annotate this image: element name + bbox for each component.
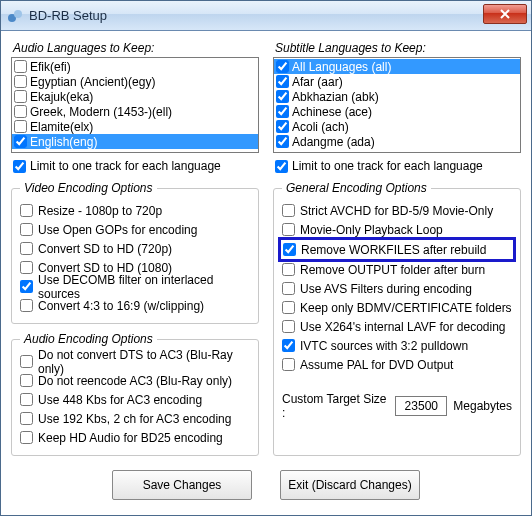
general-opt-row[interactable]: Remove OUTPUT folder after burn bbox=[282, 260, 512, 279]
general-encoding-group: General Encoding Options Strict AVCHD fo… bbox=[273, 181, 521, 456]
audio-limit-row[interactable]: Limit to one track for each language bbox=[13, 159, 259, 173]
general-opt-checkbox[interactable] bbox=[282, 320, 295, 333]
audio-lang-label: English(eng) bbox=[30, 135, 97, 149]
audio-limit-checkbox[interactable] bbox=[13, 160, 26, 173]
general-opt-checkbox[interactable] bbox=[283, 243, 296, 256]
audio-opt-checkbox[interactable] bbox=[20, 431, 33, 444]
close-button[interactable] bbox=[483, 4, 527, 24]
video-opt-row[interactable]: Use DECOMB filter on interlaced sources bbox=[20, 277, 250, 296]
general-opt-checkbox[interactable] bbox=[282, 339, 295, 352]
general-encoding-legend: General Encoding Options bbox=[282, 181, 431, 195]
subtitle-lang-row[interactable]: Adangme (ada) bbox=[274, 134, 520, 149]
audio-opt-checkbox[interactable] bbox=[20, 355, 33, 368]
audio-opt-row[interactable]: Use 448 Kbs for AC3 encoding bbox=[20, 390, 250, 409]
video-opt-row[interactable]: Convert SD to HD (720p) bbox=[20, 239, 250, 258]
audio-lang-row[interactable]: Ekajuk(eka) bbox=[12, 89, 258, 104]
general-opt-label: Remove OUTPUT folder after burn bbox=[300, 263, 485, 277]
custom-target-input[interactable] bbox=[395, 396, 447, 416]
subtitle-lang-row[interactable]: Acoli (ach) bbox=[274, 119, 520, 134]
audio-opt-checkbox[interactable] bbox=[20, 393, 33, 406]
subtitle-limit-row[interactable]: Limit to one track for each language bbox=[275, 159, 521, 173]
dialog-content: Audio Languages to Keep: Efik(efi)Egypti… bbox=[1, 31, 531, 515]
audio-lang-row[interactable]: Egyptian (Ancient)(egy) bbox=[12, 74, 258, 89]
video-opt-checkbox[interactable] bbox=[20, 204, 33, 217]
subtitle-langs-list[interactable]: All Languages (all)Afar (aar)Abkhazian (… bbox=[273, 57, 521, 153]
subtitle-lang-checkbox[interactable] bbox=[276, 75, 289, 88]
video-encoding-legend: Video Encoding Options bbox=[20, 181, 157, 195]
subtitle-lang-row[interactable]: Afar (aar) bbox=[274, 74, 520, 89]
audio-lang-checkbox[interactable] bbox=[14, 135, 27, 148]
general-opt-label: Keep only BDMV/CERTIFICATE folders bbox=[300, 301, 512, 315]
audio-langs-list[interactable]: Efik(efi)Egyptian (Ancient)(egy)Ekajuk(e… bbox=[11, 57, 259, 153]
subtitle-lang-checkbox[interactable] bbox=[276, 60, 289, 73]
general-opt-row[interactable]: Keep only BDMV/CERTIFICATE folders bbox=[282, 298, 512, 317]
general-opt-row[interactable]: Use X264's internal LAVF for decoding bbox=[282, 317, 512, 336]
audio-opt-label: Do not convert DTS to AC3 (Blu-Ray only) bbox=[38, 348, 250, 376]
general-opt-label: Assume PAL for DVD Output bbox=[300, 358, 453, 372]
exit-button[interactable]: Exit (Discard Changes) bbox=[280, 470, 420, 500]
video-opt-checkbox[interactable] bbox=[20, 280, 33, 293]
subtitle-lang-label: Adangme (ada) bbox=[292, 135, 375, 149]
subtitle-lang-label: All Languages (all) bbox=[292, 60, 391, 74]
audio-lang-label: Egyptian (Ancient)(egy) bbox=[30, 75, 155, 89]
audio-opt-checkbox[interactable] bbox=[20, 374, 33, 387]
general-opt-row[interactable]: Use AVS Filters during encoding bbox=[282, 279, 512, 298]
audio-lang-row[interactable]: Greek, Modern (1453-)(ell) bbox=[12, 104, 258, 119]
audio-lang-checkbox[interactable] bbox=[14, 90, 27, 103]
audio-lang-checkbox[interactable] bbox=[14, 75, 27, 88]
general-opt-row[interactable]: Strict AVCHD for BD-5/9 Movie-Only bbox=[282, 201, 512, 220]
audio-lang-checkbox[interactable] bbox=[14, 105, 27, 118]
audio-lang-row[interactable]: Efik(efi) bbox=[12, 59, 258, 74]
general-opt-label: Movie-Only Playback Loop bbox=[300, 223, 443, 237]
subtitle-lang-checkbox[interactable] bbox=[276, 90, 289, 103]
subtitle-lang-checkbox[interactable] bbox=[276, 120, 289, 133]
audio-opt-label: Use 448 Kbs for AC3 encoding bbox=[38, 393, 202, 407]
audio-opt-row[interactable]: Do not convert DTS to AC3 (Blu-Ray only) bbox=[20, 352, 250, 371]
audio-encoding-group: Audio Encoding Options Do not convert DT… bbox=[11, 332, 259, 456]
general-opt-checkbox[interactable] bbox=[282, 358, 295, 371]
audio-opt-row[interactable]: Use 192 Kbs, 2 ch for AC3 encoding bbox=[20, 409, 250, 428]
general-opt-checkbox[interactable] bbox=[282, 282, 295, 295]
audio-lang-checkbox[interactable] bbox=[14, 60, 27, 73]
general-opt-checkbox[interactable] bbox=[282, 301, 295, 314]
general-opt-row[interactable]: IVTC sources with 3:2 pulldown bbox=[282, 336, 512, 355]
video-opt-row[interactable]: Use Open GOPs for encoding bbox=[20, 220, 250, 239]
general-opt-row[interactable]: Remove WORKFILES after rebuild bbox=[283, 240, 511, 259]
titlebar: BD-RB Setup bbox=[1, 1, 531, 31]
general-opt-label: Remove WORKFILES after rebuild bbox=[301, 243, 486, 257]
subtitle-lang-row[interactable]: Achinese (ace) bbox=[274, 104, 520, 119]
svg-point-1 bbox=[14, 10, 22, 18]
video-opt-checkbox[interactable] bbox=[20, 299, 33, 312]
general-opt-label: Strict AVCHD for BD-5/9 Movie-Only bbox=[300, 204, 493, 218]
subtitle-lang-checkbox[interactable] bbox=[276, 135, 289, 148]
audio-lang-label: Elamite(elx) bbox=[30, 120, 93, 134]
audio-langs-label: Audio Languages to Keep: bbox=[13, 41, 259, 55]
general-opt-row[interactable]: Assume PAL for DVD Output bbox=[282, 355, 512, 374]
subtitle-lang-label: Achinese (ace) bbox=[292, 105, 372, 119]
audio-opt-row[interactable]: Do not reencode AC3 (Blu-Ray only) bbox=[20, 371, 250, 390]
general-opt-checkbox[interactable] bbox=[282, 204, 295, 217]
video-opt-checkbox[interactable] bbox=[20, 223, 33, 236]
audio-lang-row[interactable]: Elamite(elx) bbox=[12, 119, 258, 134]
audio-lang-row[interactable]: English(eng) bbox=[12, 134, 258, 149]
audio-encoding-legend: Audio Encoding Options bbox=[20, 332, 157, 346]
window: BD-RB Setup Audio Languages to Keep: Efi… bbox=[0, 0, 532, 516]
audio-opt-row[interactable]: Keep HD Audio for BD25 encoding bbox=[20, 428, 250, 447]
close-icon bbox=[499, 9, 511, 19]
audio-opt-checkbox[interactable] bbox=[20, 412, 33, 425]
window-title: BD-RB Setup bbox=[29, 8, 107, 23]
subtitle-lang-checkbox[interactable] bbox=[276, 105, 289, 118]
video-opt-checkbox[interactable] bbox=[20, 261, 33, 274]
video-opt-label: Use Open GOPs for encoding bbox=[38, 223, 197, 237]
video-opt-label: Resize - 1080p to 720p bbox=[38, 204, 162, 218]
subtitle-lang-row[interactable]: Abkhazian (abk) bbox=[274, 89, 520, 104]
save-button[interactable]: Save Changes bbox=[112, 470, 252, 500]
video-opt-checkbox[interactable] bbox=[20, 242, 33, 255]
general-opt-checkbox[interactable] bbox=[282, 263, 295, 276]
custom-target-unit: Megabytes bbox=[453, 399, 512, 413]
general-opt-checkbox[interactable] bbox=[282, 223, 295, 236]
subtitle-lang-row[interactable]: All Languages (all) bbox=[274, 59, 520, 74]
video-opt-row[interactable]: Resize - 1080p to 720p bbox=[20, 201, 250, 220]
audio-lang-checkbox[interactable] bbox=[14, 120, 27, 133]
subtitle-limit-checkbox[interactable] bbox=[275, 160, 288, 173]
